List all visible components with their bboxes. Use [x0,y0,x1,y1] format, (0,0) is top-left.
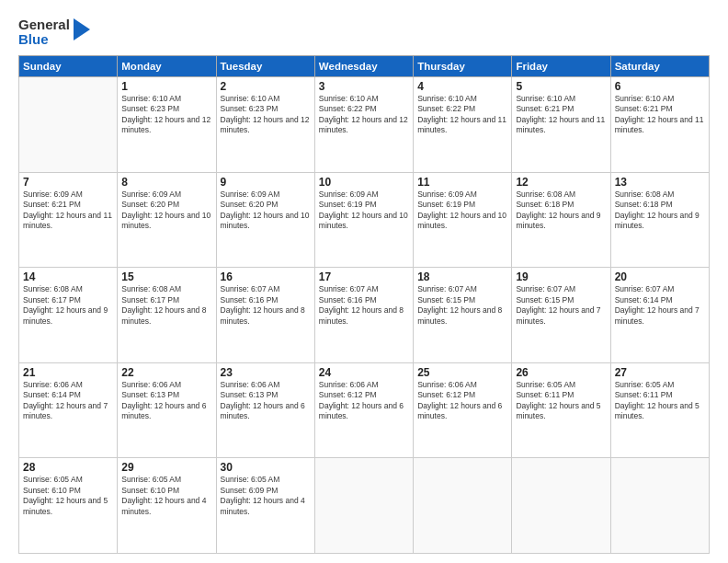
sunset-text: Sunset: 6:11 PM [516,390,574,399]
day-number: 26 [516,366,606,379]
sunset-text: Sunset: 6:10 PM [23,486,81,495]
calendar-day-cell: 1 Sunrise: 6:10 AM Sunset: 6:23 PM Dayli… [118,77,216,173]
daylight-text: Daylight: 12 hours and 5 minutes. [23,496,108,515]
sunrise-text: Sunrise: 6:05 AM [221,475,280,484]
sunrise-text: Sunrise: 6:09 AM [23,190,83,199]
sunrise-text: Sunrise: 6:09 AM [319,190,379,199]
day-number: 12 [516,176,606,189]
calendar-day-cell: 21 Sunrise: 6:06 AM Sunset: 6:14 PM Dayl… [19,362,118,458]
daylight-text: Daylight: 12 hours and 5 minutes. [516,401,600,420]
day-info: Sunrise: 6:07 AM Sunset: 6:15 PM Dayligh… [516,284,606,327]
calendar-day-cell: 12 Sunrise: 6:08 AM Sunset: 6:18 PM Dayl… [512,172,610,268]
sunrise-text: Sunrise: 6:06 AM [319,380,379,389]
calendar-day-cell: 8 Sunrise: 6:09 AM Sunset: 6:20 PM Dayli… [118,172,216,268]
sunrise-text: Sunrise: 6:07 AM [319,284,379,293]
daylight-text: Daylight: 12 hours and 11 minutes. [615,115,704,134]
day-number: 27 [615,366,705,379]
calendar-week-row: 28 Sunrise: 6:05 AM Sunset: 6:10 PM Dayl… [19,458,710,554]
daylight-text: Daylight: 12 hours and 4 minutes. [121,496,206,515]
logo-chevron-icon [72,17,92,42]
sunrise-text: Sunrise: 6:10 AM [417,94,477,103]
header: General Blue [18,17,710,48]
weekday-header: Monday [118,56,216,77]
sunset-text: Sunset: 6:23 PM [121,104,179,113]
day-info: Sunrise: 6:09 AM Sunset: 6:19 PM Dayligh… [319,190,409,232]
calendar-day-cell: 7 Sunrise: 6:09 AM Sunset: 6:21 PM Dayli… [19,172,118,268]
calendar-header-row: SundayMondayTuesdayWednesdayThursdayFrid… [19,56,710,77]
calendar-day-cell: 27 Sunrise: 6:05 AM Sunset: 6:11 PM Dayl… [610,362,709,458]
daylight-text: Daylight: 12 hours and 12 minutes. [319,115,408,134]
daylight-text: Daylight: 12 hours and 12 minutes. [221,115,310,134]
day-info: Sunrise: 6:06 AM Sunset: 6:13 PM Dayligh… [121,380,211,422]
weekday-header: Friday [512,56,610,77]
sunrise-text: Sunrise: 6:07 AM [417,284,477,293]
sunrise-text: Sunrise: 6:10 AM [615,94,675,103]
daylight-text: Daylight: 12 hours and 7 minutes. [23,401,108,420]
day-number: 25 [417,366,507,379]
calendar-day-cell: 2 Sunrise: 6:10 AM Sunset: 6:23 PM Dayli… [216,77,314,173]
daylight-text: Daylight: 12 hours and 4 minutes. [221,496,305,515]
sunrise-text: Sunrise: 6:10 AM [319,94,379,103]
calendar-week-row: 1 Sunrise: 6:10 AM Sunset: 6:23 PM Dayli… [19,77,710,173]
svg-marker-0 [74,18,90,40]
sunset-text: Sunset: 6:11 PM [615,390,673,399]
sunrise-text: Sunrise: 6:10 AM [221,94,280,103]
daylight-text: Daylight: 12 hours and 9 minutes. [23,305,108,325]
sunrise-text: Sunrise: 6:08 AM [516,190,575,199]
day-info: Sunrise: 6:08 AM Sunset: 6:18 PM Dayligh… [615,190,705,232]
sunrise-text: Sunrise: 6:10 AM [516,94,575,103]
calendar-day-cell: 22 Sunrise: 6:06 AM Sunset: 6:13 PM Dayl… [118,362,216,458]
sunset-text: Sunset: 6:09 PM [221,486,279,495]
sunrise-text: Sunrise: 6:08 AM [615,190,675,199]
day-info: Sunrise: 6:08 AM Sunset: 6:18 PM Dayligh… [516,190,606,232]
day-number: 3 [319,80,409,93]
day-info: Sunrise: 6:05 AM Sunset: 6:11 PM Dayligh… [615,380,705,422]
day-number: 8 [121,176,211,189]
calendar-day-cell: 6 Sunrise: 6:10 AM Sunset: 6:21 PM Dayli… [610,77,709,173]
calendar-week-row: 21 Sunrise: 6:06 AM Sunset: 6:14 PM Dayl… [19,362,710,458]
day-number: 17 [319,270,409,283]
calendar-week-row: 7 Sunrise: 6:09 AM Sunset: 6:21 PM Dayli… [19,172,710,268]
daylight-text: Daylight: 12 hours and 10 minutes. [221,211,310,230]
sunset-text: Sunset: 6:13 PM [121,390,179,399]
sunset-text: Sunset: 6:14 PM [615,295,673,304]
sunrise-text: Sunrise: 6:08 AM [23,284,83,293]
sunrise-text: Sunrise: 6:05 AM [121,475,181,484]
day-info: Sunrise: 6:10 AM Sunset: 6:22 PM Dayligh… [319,94,409,136]
day-number: 5 [516,80,606,93]
sunset-text: Sunset: 6:21 PM [516,104,574,113]
sunset-text: Sunset: 6:17 PM [23,295,81,304]
weekday-header: Saturday [610,56,709,77]
calendar-week-row: 14 Sunrise: 6:08 AM Sunset: 6:17 PM Dayl… [19,268,710,363]
sunrise-text: Sunrise: 6:06 AM [23,380,83,389]
daylight-text: Daylight: 12 hours and 7 minutes. [615,305,700,325]
day-info: Sunrise: 6:09 AM Sunset: 6:20 PM Dayligh… [221,190,311,232]
day-info: Sunrise: 6:09 AM Sunset: 6:19 PM Dayligh… [417,190,507,232]
daylight-text: Daylight: 12 hours and 7 minutes. [516,305,600,325]
sunset-text: Sunset: 6:15 PM [417,295,475,304]
sunrise-text: Sunrise: 6:09 AM [417,190,477,199]
day-info: Sunrise: 6:10 AM Sunset: 6:23 PM Dayligh… [121,94,211,136]
sunset-text: Sunset: 6:12 PM [417,390,475,399]
day-number: 28 [23,461,113,474]
sunrise-text: Sunrise: 6:05 AM [23,475,83,484]
calendar-day-cell: 30 Sunrise: 6:05 AM Sunset: 6:09 PM Dayl… [216,458,314,554]
day-number: 20 [615,270,705,283]
sunrise-text: Sunrise: 6:06 AM [417,380,477,389]
sunrise-text: Sunrise: 6:05 AM [516,380,575,389]
sunrise-text: Sunrise: 6:09 AM [221,190,280,199]
calendar-day-cell: 14 Sunrise: 6:08 AM Sunset: 6:17 PM Dayl… [19,268,118,363]
day-number: 22 [121,366,211,379]
sunset-text: Sunset: 6:16 PM [221,295,279,304]
sunset-text: Sunset: 6:23 PM [221,104,279,113]
day-info: Sunrise: 6:05 AM Sunset: 6:09 PM Dayligh… [221,475,311,517]
day-number: 2 [221,80,311,93]
day-number: 4 [417,80,507,93]
weekday-header: Tuesday [216,56,314,77]
day-info: Sunrise: 6:06 AM Sunset: 6:12 PM Dayligh… [417,380,507,422]
calendar-day-cell: 24 Sunrise: 6:06 AM Sunset: 6:12 PM Dayl… [314,362,413,458]
daylight-text: Daylight: 12 hours and 10 minutes. [417,211,506,230]
day-number: 16 [221,270,311,283]
sunrise-text: Sunrise: 6:05 AM [615,380,675,389]
day-number: 23 [221,366,311,379]
